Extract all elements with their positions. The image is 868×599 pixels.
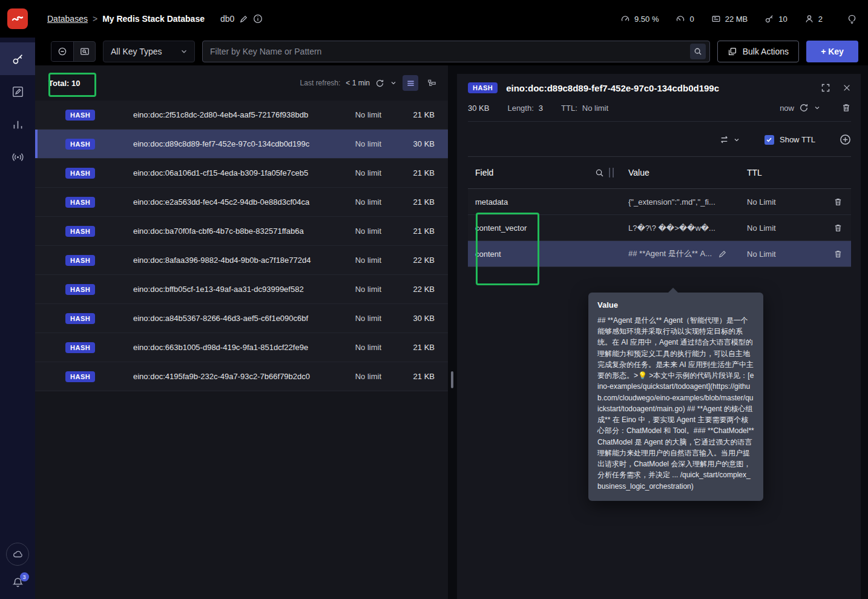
key-size: 21 KB [381,343,435,352]
key-size: 30 KB [381,139,435,148]
edit-value-icon[interactable] [718,250,727,259]
field-row[interactable]: content ## **Agent 是什么** A... No Limit [468,241,851,267]
key-search-field [202,41,710,62]
fields-header-actions [825,157,851,188]
browser-key-icon [12,53,24,65]
top-header: Databases > My Redis Stack Database db0 … [0,0,868,38]
key-type-badge: HASH [65,110,95,121]
column-resize-handle[interactable] [609,168,614,177]
key-ttl-value: No limit [582,104,608,113]
sidebar-item-pubsub[interactable] [0,141,35,173]
sidebar-item-notifications[interactable]: 3 [12,577,24,589]
search-by-values-toggle[interactable] [73,42,95,61]
key-type-badge: HASH [65,226,95,237]
selected-key-name: eino:doc:d89c8d89-fef7-452e-97c0-134cdb0… [506,83,812,93]
key-list-row[interactable]: HASH eino:doc:8afaa396-9882-4bd4-9b0b-ac… [35,246,448,275]
last-refresh-label: Last refresh: [300,79,341,87]
delete-field-icon[interactable] [833,250,843,259]
key-list-row[interactable]: HASH eino:doc:ba70f0fa-cbf6-4b7c-b8be-83… [35,217,448,246]
key-list-rows: HASH eino:doc:2f51c8dc-2d80-4eb4-aaf5-72… [35,101,448,599]
pattern-filter-icon [58,47,67,56]
value-format-dropdown[interactable] [719,134,740,145]
details-refresh-chevron-icon[interactable] [814,104,821,111]
delete-key-icon[interactable] [841,103,851,113]
key-list-row[interactable]: HASH eino:doc:06a106d1-cf15-4eda-b309-1f… [35,159,448,188]
workbench-edit-icon [12,85,24,98]
key-list-row[interactable]: HASH eino:doc:4195fa9b-232c-49a7-93c2-7b… [35,362,448,391]
field-name: content [468,241,621,266]
show-ttl-label: Show TTL [780,135,815,144]
key-badge-cell: HASH [65,254,95,266]
key-name: eino:doc:a84b5367-8266-46d3-aef5-c6f1e09… [133,314,321,323]
key-type-dropdown[interactable]: All Key Types [103,41,195,62]
add-field-icon[interactable] [840,134,851,145]
key-list-row[interactable]: HASH eino:doc:2f51c8dc-2d80-4eb4-aaf5-72… [35,101,448,130]
search-icon[interactable] [690,44,706,59]
fields-table: Field Value TTL [468,156,851,267]
delete-field-icon[interactable] [833,197,843,207]
sidebar-item-analytics[interactable] [0,108,35,141]
key-type-badge: HASH [65,139,95,150]
fullscreen-icon[interactable] [821,83,830,93]
key-name: eino:doc:bffb05cf-1e13-49af-aa31-dc93999… [133,285,321,294]
breadcrumb-databases-link[interactable]: Databases [47,14,88,24]
sidebar-item-cloud[interactable] [6,543,29,566]
fields-table-header: Field Value TTL [468,157,851,189]
key-size: 21 KB [381,227,435,236]
details-refresh-icon[interactable] [799,103,809,113]
field-row[interactable]: metadata {"_extension":".md","_fi... No … [468,189,851,215]
key-badge-cell: HASH [65,225,95,237]
panel-divider [448,65,457,599]
tree-view-button[interactable] [424,75,439,91]
database-name: My Redis Stack Database [102,14,205,24]
key-length-value: 3 [539,104,543,113]
ttl-column-label: TTL [747,168,762,177]
search-values-icon [80,47,90,56]
key-size: 21 KB [381,372,435,381]
show-ttl-toggle[interactable]: Show TTL [764,135,815,145]
delete-field-icon[interactable] [833,223,843,233]
metric-clients: 2 [804,14,823,24]
refresh-keys-icon[interactable] [375,79,384,88]
key-list-row[interactable]: HASH eino:doc:663b1005-d98d-419c-9fa1-85… [35,333,448,362]
key-type-badge: HASH [65,284,95,295]
keys-total-label: Total: 10 [48,79,81,88]
key-search-input[interactable] [210,47,690,56]
panel-resize-handle[interactable] [451,371,453,388]
key-ttl-label: TTL: [561,104,577,113]
user-icon [804,14,814,24]
value-tooltip: Value ## **Agent 是什么** Agent（智能代理）是一个能够感… [588,293,763,501]
sidebar-item-workbench[interactable] [0,75,35,108]
database-info-icon[interactable] [253,14,263,24]
key-ttl: No limit [321,110,381,119]
key-type-badge: HASH [65,255,95,266]
insights-lightbulb-icon[interactable] [847,14,857,24]
key-ttl: No limit [321,314,381,323]
key-size: 22 KB [381,256,435,265]
list-view-button[interactable] [403,75,418,91]
key-list-row[interactable]: HASH eino:doc:d89c8d89-fef7-452e-97c0-13… [35,130,448,159]
bulk-actions-button[interactable]: Bulk Actions [717,41,799,62]
key-list-row[interactable]: HASH eino:doc:bffb05cf-1e13-49af-aa31-dc… [35,275,448,304]
bulk-actions-icon [728,47,737,56]
filter-by-pattern-toggle[interactable] [51,42,73,61]
field-search-icon[interactable] [595,168,604,177]
key-details-header: HASH eino:doc:d89c8d89-fef7-452e-97c0-13… [468,82,851,93]
key-list-row[interactable]: HASH eino:doc:e2a563dd-fec4-45c2-94db-0e… [35,188,448,217]
field-name: metadata [468,189,621,214]
show-ttl-checkbox[interactable] [764,135,774,145]
key-name: eino:doc:ba70f0fa-cbf6-4b7c-b8be-832571f… [133,227,321,236]
key-list-row[interactable]: HASH eino:doc:a84b5367-8266-46d3-aef5-c6… [35,304,448,333]
metric-cpu: 9.50 % [620,14,659,24]
refresh-settings-chevron-icon[interactable] [390,79,397,87]
details-header-icons [821,83,851,93]
metric-clients-value: 2 [818,15,823,24]
redis-logo[interactable] [7,8,28,29]
add-key-button[interactable]: + Key [806,41,858,62]
close-details-icon[interactable] [843,84,851,92]
cloud-icon [12,549,24,560]
edit-database-alias-icon[interactable] [239,15,248,24]
sidebar-item-browser[interactable] [0,42,35,75]
key-name: eino:doc:06a106d1-cf15-4eda-b309-1fa05fe… [133,168,321,177]
field-row[interactable]: content_vector L?�?\? ��>��w�... No Limi… [468,215,851,241]
